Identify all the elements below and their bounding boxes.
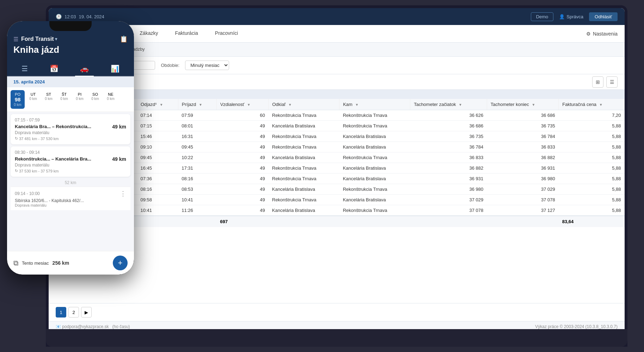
footer-month: Tento mesiac <box>22 260 49 266</box>
trip-entry-2[interactable]: 08:30 - 09:14 Rekonštrukcia... – Kancelá… <box>11 146 130 177</box>
cell-cena: 5,88 <box>559 163 625 174</box>
phone-nav-chart[interactable]: 📊 <box>106 62 124 76</box>
table-row[interactable]: Ford Transit 08. 03. 2024 08:16 08:53 49… <box>49 184 625 195</box>
cell-kam: Kancelária Bratislava <box>339 195 410 205</box>
cell-tach-zac: 36 931 <box>410 174 487 184</box>
cell-odkial: Rekonštrukcia Trnava <box>269 174 339 184</box>
cell-tach-kon: 36 882 <box>487 152 559 163</box>
cell-odj: 09:10 <box>137 142 178 152</box>
col-tach-zac[interactable]: Tachometer začiatok ▼ <box>410 99 487 110</box>
trips-table: Vozidlo ▼ Dátum ▲▼ Odjazdˢ ▼ Príjazd ▼ V… <box>49 99 625 227</box>
day-tab-po[interactable]: PO 98 0 km <box>11 90 25 109</box>
demo-button[interactable]: Demo <box>531 12 554 21</box>
laptop-bezel <box>46 329 627 347</box>
phone-footer: ⧉ Tento mesiac 256 km + <box>7 251 134 275</box>
day-tab-st2[interactable]: ŠT 0 km <box>57 90 71 109</box>
nav-tab-fakturacia[interactable]: Fakturácia <box>166 25 206 42</box>
cell-vzd: 49 <box>216 195 269 205</box>
cell-tach-kon: 36 686 <box>487 110 559 121</box>
trip-1-reason: Doprava materiálu <box>15 130 126 135</box>
trip-entry-1[interactable]: 07:15 - 07:59 Kancelária Bra... – Rekonš… <box>11 114 130 144</box>
day-tab-so[interactable]: SO 0 km <box>88 90 102 109</box>
trip-divider: 52 km <box>7 179 134 187</box>
phone-nav-icons: ☰ 📅 🚗 📊 <box>7 59 134 76</box>
laptop-screen: 🕐 12:03 19. 04. 2024 Demo 👤 Správca Odhl… <box>49 8 625 332</box>
cell-prij: 08:01 <box>178 121 216 131</box>
small-trip-entry[interactable]: 09:14 - 10:00 ⋮ Sibírska 1620/6... - Kap… <box>11 187 130 210</box>
day-tab-ut[interactable]: UT 0 km <box>26 90 40 109</box>
day-tab-st[interactable]: ST 0 km <box>42 90 56 109</box>
cell-tach-kon: 36 980 <box>487 174 559 184</box>
cell-tach-kon: 36 735 <box>487 121 559 131</box>
phone-nav-car[interactable]: 🚗 <box>75 62 94 76</box>
add-trip-button[interactable]: + <box>113 256 128 270</box>
col-vzd[interactable]: Vzdialenosť ▼ <box>216 99 269 110</box>
total-distance: 697 <box>216 216 269 227</box>
cell-prij: 07:59 <box>178 110 216 121</box>
page-2-btn[interactable]: 2 <box>68 307 79 318</box>
cell-tach-zac: 36 735 <box>410 131 487 142</box>
cell-prij: 08:16 <box>178 174 216 184</box>
nav-tab-zakazky[interactable]: Zákazky <box>131 25 166 42</box>
col-prij[interactable]: Príjazd ▼ <box>178 99 216 110</box>
more-options-btn[interactable]: ⋮ <box>120 190 126 197</box>
cell-cena: 7,20 <box>559 110 625 121</box>
cell-tach-kon: 37 127 <box>487 205 559 216</box>
columns-btn[interactable]: ⊞ <box>592 76 603 88</box>
cell-prij: 16:31 <box>178 131 216 142</box>
settings-nav[interactable]: ⚙ Nastavenia <box>586 31 618 37</box>
topbar-date: 19. 04. 2024 <box>79 14 104 19</box>
cell-odkial: Kancelária Bratislava <box>269 184 339 195</box>
page-next-btn[interactable]: ▶ <box>81 307 92 318</box>
table-view-btn[interactable]: ☰ <box>606 76 618 88</box>
table-row[interactable]: Ford Transit 07. 03. 2024 09:10 09:45 49… <box>49 142 625 152</box>
page-1-btn[interactable]: 1 <box>56 307 66 318</box>
app-topbar: 🕐 12:03 19. 04. 2024 Demo 👤 Správca Odhl… <box>49 8 625 25</box>
day-tab-ne[interactable]: NE 0 km <box>104 90 118 109</box>
cell-odkial: Kancelária Bratislava <box>269 152 339 163</box>
table-row[interactable]: Ford Transit 07. 03. 2024 16:45 17:31 49… <box>49 163 625 174</box>
table-row[interactable]: Ford Transit 08. 03. 2024 07:36 08:16 49… <box>49 174 625 184</box>
cell-prij: 10:41 <box>178 195 216 205</box>
obdobie-label: Obdobie: <box>161 63 179 68</box>
user-icon: 👤 <box>559 14 565 19</box>
cell-tach-kon: 37 078 <box>487 195 559 205</box>
cell-vzd: 49 <box>216 121 269 131</box>
col-odj[interactable]: Odjazdˢ ▼ <box>137 99 178 110</box>
cell-vzd: 49 <box>216 142 269 152</box>
col-kam[interactable]: Kam ▼ <box>339 99 410 110</box>
cell-prij: 10:22 <box>178 152 216 163</box>
topbar-time: 12:03 <box>65 14 76 19</box>
cell-prij: 08:53 <box>178 184 216 195</box>
cell-tach-zac: 36 882 <box>410 163 487 174</box>
cell-tach-kon: 37 029 <box>487 184 559 195</box>
phone-nav-calendar[interactable]: 📅 <box>45 62 63 76</box>
cell-odj: 07:36 <box>137 174 178 184</box>
cell-cena: 5,88 <box>559 195 625 205</box>
col-cena[interactable]: Fakturačná cena ▼ <box>559 99 625 110</box>
table-row[interactable]: Ford Transit 06. 03. 2024 07:15 08:01 49… <box>49 121 625 131</box>
cell-odkial: Rekonštrukcia Trnava <box>269 163 339 174</box>
day-tab-pi[interactable]: PI 0 km <box>73 90 87 109</box>
document-icon[interactable]: 📋 <box>120 35 128 43</box>
cell-tach-kon: 36 833 <box>487 142 559 152</box>
sub-nav: Dôvody jázd Prestoje Sadzby <box>49 43 625 57</box>
hamburger-icon[interactable]: ☰ <box>13 36 18 43</box>
nav-tab-pracovnici[interactable]: Pracovníci <box>207 25 246 42</box>
table-row[interactable]: Ford Transit 08. 03. 2024 09:58 10:41 49… <box>49 195 625 205</box>
table-row[interactable]: Ford Transit 06. 03. 2024 15:46 16:31 49… <box>49 131 625 142</box>
obdobie-select[interactable]: Minulý mesiac <box>185 61 229 70</box>
logout-button[interactable]: Odhlásiť <box>589 12 618 21</box>
table-row[interactable]: Ford Transit 04. 03. 2024 07:14 07:59 60… <box>49 110 625 121</box>
col-tach-kon[interactable]: Tachometer koniec ▼ <box>487 99 559 110</box>
col-odkial[interactable]: Odkiaľ ▼ <box>269 99 339 110</box>
footer-copyright: Výkaz práce © 2003-2024 (10.3.8_10.3.0.7… <box>535 324 618 329</box>
cell-kam: Rekonštrukcia Trnava <box>339 110 410 121</box>
cell-tach-kon: 36 784 <box>487 131 559 142</box>
table-row[interactable]: Ford Transit 07. 03. 2024 09:45 10:22 49… <box>49 152 625 163</box>
table-row[interactable]: Ford Transit 08. 03. 2024 10:41 11:26 49… <box>49 205 625 216</box>
group-hint-bar: Podľa ktorého si prajete zoskupovať <box>49 90 625 99</box>
cell-kam: Kancelária Bratislava <box>339 174 410 184</box>
phone-nav-list[interactable]: ☰ <box>17 62 33 76</box>
cell-tach-zac: 36 626 <box>410 110 487 121</box>
